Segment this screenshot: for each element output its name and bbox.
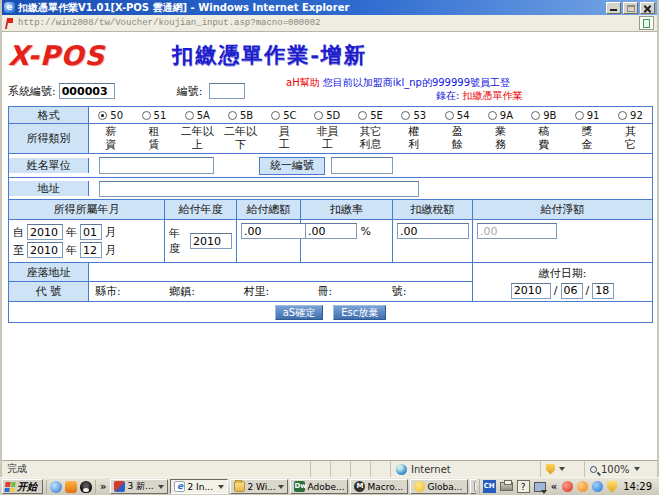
radio-icon[interactable] [488, 111, 497, 120]
radio-icon[interactable] [618, 111, 627, 120]
radio-icon[interactable] [358, 111, 367, 120]
address-input[interactable] [99, 181, 419, 197]
start-button[interactable]: 开始 [2, 479, 43, 494]
confirm-button[interactable]: aS確定 [275, 305, 323, 320]
help-tray-icon[interactable]: ? [517, 480, 530, 493]
category-cell-11: 獎 金 [565, 124, 608, 153]
system-no-input[interactable] [59, 83, 115, 99]
smiley-icon [414, 481, 425, 492]
radio-icon[interactable] [445, 111, 454, 120]
uniform-no-input[interactable] [331, 157, 393, 174]
maximize-button[interactable] [623, 2, 638, 14]
dw-icon: Dw [294, 481, 305, 492]
format-radio-5E[interactable]: 5E [349, 107, 392, 123]
from-year-input[interactable] [27, 224, 63, 240]
taskbar-button-3[interactable]: DwAdobe... [290, 479, 348, 494]
taskbar-button-5[interactable]: Globa... [410, 479, 468, 494]
taskbar-button-4[interactable]: MMacro... [350, 479, 408, 494]
taskbar-button-0[interactable]: 3 新... [110, 479, 168, 494]
to-month-input[interactable] [80, 242, 102, 258]
location-code-section: 座落地址 代 號 縣市:鄉鎮:村里:冊:號: 繳付日期: / [9, 263, 652, 302]
code-field-label-1: 鄉鎮: [169, 284, 243, 299]
format-radio-50[interactable]: 50 [89, 107, 132, 123]
format-radio-9B[interactable]: 9B [522, 107, 565, 123]
format-radio-53[interactable]: 53 [392, 107, 435, 123]
radio-icon[interactable] [228, 111, 237, 120]
radio-icon[interactable] [271, 111, 280, 120]
code-fields: 縣市:鄉鎮:村里:冊:號: [89, 284, 472, 299]
taskbar-button-6[interactable]: a3.書... [470, 479, 475, 494]
radio-icon[interactable] [575, 111, 584, 120]
zoom-level: 100% [601, 464, 630, 475]
net-amount-input [477, 223, 557, 239]
tray-security-shield-icon[interactable] [607, 481, 617, 493]
name-unit-input[interactable] [99, 157, 214, 174]
format-radio-51[interactable]: 51 [132, 107, 175, 123]
format-radio-9A[interactable]: 9A [479, 107, 522, 123]
quick-launch-wangwang-icon[interactable] [65, 481, 77, 493]
doc-no-input[interactable] [209, 83, 245, 99]
protected-mode-pane[interactable] [541, 461, 585, 477]
format-radio-92[interactable]: 92 [609, 107, 652, 123]
radio-icon[interactable] [531, 111, 540, 120]
tray-more-chevron[interactable]: « [550, 481, 558, 492]
format-radio-5B[interactable]: 5B [219, 107, 262, 123]
chevron-down-icon [559, 467, 565, 471]
pay-year-input[interactable] [190, 233, 232, 249]
rate-input[interactable] [305, 223, 357, 239]
taskbar-button-label: Macro... [367, 482, 403, 492]
chevron-down-icon[interactable] [278, 485, 284, 489]
taskbar-button-1[interactable]: e2 In... [170, 479, 228, 494]
quick-launch-browser-icon[interactable] [50, 481, 62, 493]
money-table-row: 自 年 月 至 年 月 [9, 220, 652, 263]
format-radio-54[interactable]: 54 [436, 107, 479, 123]
radio-icon[interactable] [314, 111, 323, 120]
to-year-input[interactable] [27, 242, 63, 258]
ime-indicator[interactable]: CH [483, 480, 496, 493]
tray-app-icon-red[interactable] [562, 481, 573, 492]
pay-date-day-input[interactable] [592, 283, 614, 299]
format-radio-5C[interactable]: 5C [262, 107, 305, 123]
zoom-control[interactable]: 100% [585, 461, 657, 477]
taskbar-button-label: Adobe... [307, 482, 344, 492]
net-amount-cell [473, 220, 652, 263]
format-radio-5A[interactable]: 5A [176, 107, 219, 123]
tray-app-icon-orange[interactable] [577, 481, 588, 492]
format-radio-91[interactable]: 91 [565, 107, 608, 123]
format-option-label: 51 [154, 110, 167, 121]
close-button[interactable] [640, 2, 655, 14]
chevron-down-icon[interactable] [158, 485, 164, 489]
system-tray: CH ? « 14:29 [479, 479, 657, 494]
taskbar-button-label: 3 新... [127, 480, 153, 493]
quick-launch-qq-icon[interactable] [80, 481, 92, 493]
format-radio-5D[interactable]: 5D [306, 107, 349, 123]
radio-icon[interactable] [185, 111, 194, 120]
radio-icon[interactable] [401, 111, 410, 120]
taskbar-button-2[interactable]: 2 Wi... [230, 479, 288, 494]
format-option-label: 54 [457, 110, 470, 121]
category-cell-2: 二年以 上 [176, 124, 219, 153]
category-cell-8: 盈 餘 [436, 124, 479, 153]
pay-date-month-input[interactable] [561, 283, 583, 299]
start-label: 开始 [17, 480, 37, 494]
pay-date-year-input[interactable] [511, 283, 551, 299]
cancel-button[interactable]: Esc放棄 [333, 305, 386, 320]
minimize-button[interactable] [606, 2, 621, 14]
printer-icon[interactable] [500, 482, 513, 491]
tax-amount-cell [393, 220, 473, 263]
notepad-icon [474, 481, 475, 492]
radio-icon[interactable] [98, 111, 107, 120]
doc-no-label: 編號: [177, 84, 203, 99]
page-icon[interactable] [639, 16, 654, 30]
chevron-down-icon[interactable] [218, 485, 224, 489]
tray-app-icon-blue[interactable] [592, 481, 603, 492]
from-month-input[interactable] [80, 224, 102, 240]
quick-launch-more-chevron[interactable]: » [99, 481, 107, 492]
category-label: 所得類別 [9, 124, 89, 153]
category-cell-1: 租 賃 [132, 124, 175, 153]
network-icon[interactable] [534, 482, 546, 492]
tax-amount-input[interactable] [397, 223, 469, 239]
help-hotkey[interactable]: aH幫助 [286, 77, 320, 88]
pay-year-cell: 年度 [165, 220, 237, 263]
radio-icon[interactable] [142, 111, 151, 120]
